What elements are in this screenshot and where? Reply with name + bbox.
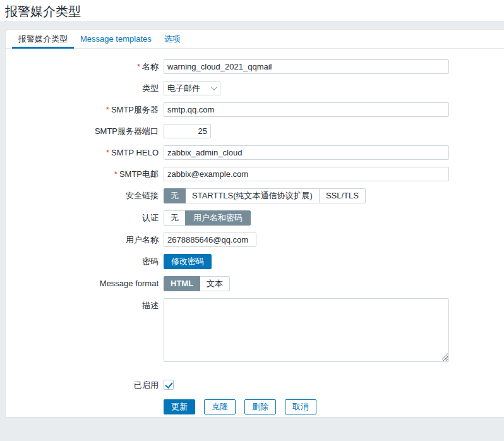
auth-option-none[interactable]: 无: [164, 210, 186, 226]
name-input[interactable]: [164, 59, 449, 74]
name-label: 名称: [142, 62, 159, 71]
description-label: 描述: [6, 298, 159, 313]
smtp-email-input[interactable]: [164, 167, 449, 181]
tab-media-type[interactable]: 报警媒介类型: [12, 30, 74, 48]
security-segmented-control: 无 STARTTLS(纯文本通信协议扩展) SSL/TLS: [164, 188, 366, 203]
row-smtp-helo: *SMTP HELO: [6, 145, 504, 160]
tabbar: 报警媒介类型 Message templates 选项: [6, 30, 504, 49]
authentication-label: 认证: [6, 210, 159, 225]
smtp-port-label: SMTP服务器端口: [6, 124, 159, 138]
row-message-format: Message format HTML 文本: [6, 276, 504, 291]
tab-message-templates[interactable]: Message templates: [74, 30, 158, 48]
authentication-segmented-control: 无 用户名和密码: [164, 210, 251, 226]
format-option-text[interactable]: 文本: [200, 276, 230, 291]
smtp-server-input[interactable]: [164, 102, 449, 117]
chevron-down-icon: [211, 84, 217, 90]
enabled-checkbox[interactable]: [164, 380, 174, 390]
smtp-helo-label: SMTP HELO: [111, 148, 159, 157]
tab-options[interactable]: 选项: [158, 30, 187, 48]
delete-button[interactable]: 删除: [244, 399, 276, 414]
row-authentication: 认证 无 用户名和密码: [6, 210, 504, 226]
smtp-port-input[interactable]: [164, 124, 211, 138]
type-label: 类型: [6, 81, 159, 95]
type-select-value: 电子邮件: [167, 83, 200, 94]
required-mark: *: [106, 148, 109, 157]
row-smtp-email: *SMTP电邮: [6, 167, 504, 181]
required-mark: *: [106, 105, 109, 114]
row-name: *名称: [6, 59, 504, 74]
media-type-form: *名称 类型 电子邮件 *SMTP服务器 SMTP服务器端口: [6, 49, 504, 414]
auth-option-user-pass[interactable]: 用户名和密码: [185, 210, 251, 226]
update-button[interactable]: 更新: [164, 399, 195, 414]
row-password: 密码 修改密码: [6, 254, 504, 269]
message-format-label: Message format: [6, 276, 159, 291]
security-option-none[interactable]: 无: [164, 188, 186, 203]
smtp-server-label: SMTP服务器: [111, 105, 159, 114]
required-mark: *: [137, 62, 140, 71]
row-username: 用户名称: [6, 233, 504, 247]
username-label: 用户名称: [6, 233, 159, 247]
required-mark: *: [114, 169, 117, 179]
row-smtp-port: SMTP服务器端口: [6, 124, 504, 138]
type-select[interactable]: 电子邮件: [164, 81, 220, 95]
clone-button[interactable]: 克隆: [204, 399, 236, 414]
row-type: 类型 电子邮件: [6, 81, 504, 95]
message-format-segmented-control: HTML 文本: [164, 276, 230, 291]
row-security: 安全链接 无 STARTTLS(纯文本通信协议扩展) SSL/TLS: [6, 188, 504, 203]
change-password-button[interactable]: 修改密码: [164, 254, 212, 269]
password-label: 密码: [6, 254, 159, 269]
smtp-helo-input[interactable]: [164, 145, 449, 160]
format-option-html[interactable]: HTML: [164, 276, 200, 291]
row-description: 描述: [6, 298, 504, 362]
username-input[interactable]: [164, 233, 256, 247]
smtp-email-label: SMTP电邮: [119, 169, 159, 179]
cancel-button[interactable]: 取消: [285, 399, 316, 414]
page-header: 报警媒介类型: [0, 0, 504, 21]
enabled-label: 已启用: [6, 380, 159, 390]
description-textarea[interactable]: [164, 298, 449, 362]
row-smtp-server: *SMTP服务器: [6, 102, 504, 117]
security-option-ssltls[interactable]: SSL/TLS: [319, 188, 366, 203]
security-option-starttls[interactable]: STARTTLS(纯文本通信协议扩展): [185, 188, 320, 203]
form-footer: 更新 克隆 删除 取消: [164, 399, 504, 414]
row-enabled: 已启用: [6, 380, 504, 394]
page-title: 报警媒介类型: [5, 4, 504, 19]
media-type-panel: 报警媒介类型 Message templates 选项 *名称 类型 电子邮件 …: [5, 29, 504, 418]
security-label: 安全链接: [6, 188, 159, 203]
